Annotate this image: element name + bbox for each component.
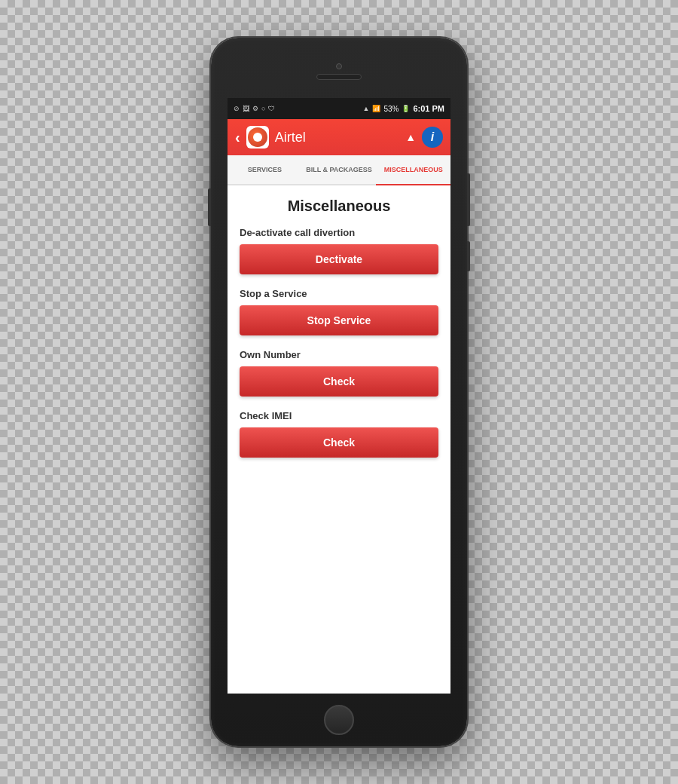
own-number-check-button[interactable]: Check (240, 366, 438, 397)
phone-top (211, 38, 467, 98)
power-button (467, 173, 470, 226)
signal-strength-icon: ▲ (405, 131, 416, 143)
app-title: Airtel (275, 130, 399, 145)
page-title: Miscellaneous (240, 198, 438, 215)
tab-miscellaneous[interactable]: MISCELLANEOUS (376, 155, 450, 185)
home-button[interactable] (324, 705, 354, 735)
tabs-bar: SERVICES BILL & PACKAGESS MISCELLANEOUS (228, 155, 450, 185)
deactivate-label: De-activate call divertion (240, 227, 438, 238)
back-button[interactable]: ‹ (235, 129, 240, 146)
settings-icon: ⚙ (252, 105, 258, 112)
status-bar: ⊘ 🖼 ⚙ ○ 🛡 ▲ 📶 53% 🔋 6:01 PM (228, 98, 450, 119)
earpiece-speaker (316, 74, 362, 80)
check-imei-button[interactable]: Check (240, 427, 438, 458)
check-imei-label: Check IMEI (240, 410, 438, 421)
battery-icon: 🔋 (402, 105, 410, 112)
front-camera (336, 63, 342, 69)
app-bar: ‹ Airtel ▲ i (228, 119, 450, 155)
airtel-logo (248, 127, 267, 147)
own-number-label: Own Number (240, 349, 438, 360)
stop-service-label: Stop a Service (240, 288, 438, 299)
volume-down-button (467, 241, 470, 271)
signal-icon: 📶 (372, 105, 380, 112)
phone-shell: ⊘ 🖼 ⚙ ○ 🛡 ▲ 📶 53% 🔋 6:01 PM ‹ Ai (211, 38, 467, 746)
airtel-logo-inner (253, 133, 262, 142)
status-time: 6:01 PM (413, 104, 444, 113)
status-right-icons: ▲ 📶 53% 🔋 6:01 PM (362, 104, 444, 113)
dectivate-button[interactable]: Dectivate (240, 244, 438, 274)
content-area: Miscellaneous De-activate call divertion… (228, 185, 450, 694)
tab-bill-packages[interactable]: BILL & PACKAGESS (302, 155, 377, 185)
tab-services[interactable]: SERVICES (228, 155, 302, 185)
shield-icon: 🛡 (268, 105, 275, 112)
info-button[interactable]: i (422, 127, 443, 148)
phone-screen: ⊘ 🖼 ⚙ ○ 🛡 ▲ 📶 53% 🔋 6:01 PM ‹ Ai (228, 98, 450, 694)
image-icon: 🖼 (243, 105, 249, 112)
battery-percent: 53% (383, 105, 399, 113)
wifi-icon: ▲ (362, 105, 369, 112)
circle-icon: ○ (261, 105, 265, 112)
phone-bottom (211, 694, 467, 746)
stop-service-button[interactable]: Stop Service (240, 305, 438, 335)
volume-button (208, 188, 211, 226)
app-logo-container (246, 126, 269, 149)
no-sim-icon: ⊘ (234, 105, 240, 112)
status-left-icons: ⊘ 🖼 ⚙ ○ 🛡 (234, 105, 275, 112)
